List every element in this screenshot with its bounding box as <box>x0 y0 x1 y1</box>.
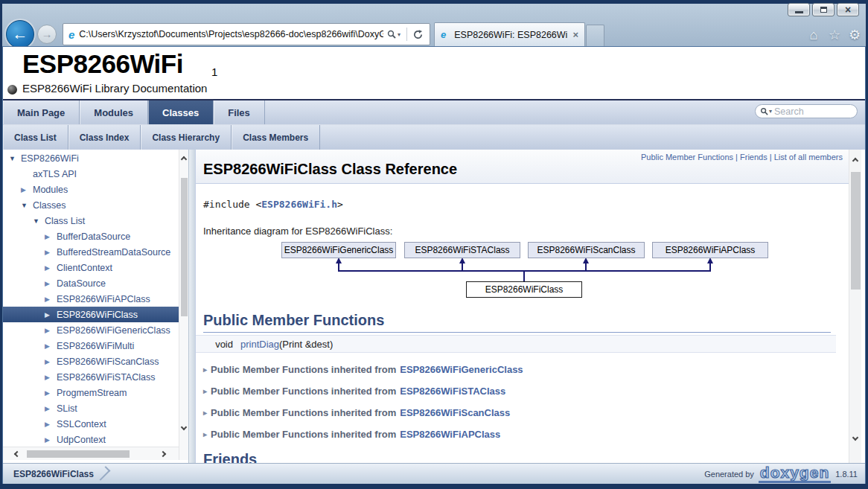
tab-files[interactable]: Files <box>214 100 265 124</box>
favorites-star-icon[interactable]: ☆ <box>826 28 843 42</box>
tree-item-classes[interactable]: ▼Classes <box>3 197 179 213</box>
minimize-icon <box>795 11 803 13</box>
tree-collapsed-icon[interactable]: ▶ <box>45 295 57 303</box>
scrollbar-thumb[interactable] <box>27 450 130 458</box>
tree-collapsed-icon[interactable]: ▶ <box>45 358 57 365</box>
tree-item-esp8266wifiapclass[interactable]: ▶ESP8266WiFiAPClass <box>3 291 179 307</box>
tree-collapsed-icon[interactable]: ▶ <box>45 374 57 381</box>
scrollbar-thumb[interactable] <box>181 178 188 316</box>
scroll-down-icon[interactable] <box>852 435 858 441</box>
browser-tab[interactable]: e ESP8266WiFi: ESP8266WiFi... × <box>434 22 585 46</box>
tree-item-esp8266wifiscanclass[interactable]: ▶ESP8266WiFiScanClass <box>3 354 179 369</box>
scrollbar-thumb[interactable] <box>851 172 861 290</box>
tab-class-list[interactable]: Class List <box>3 125 68 150</box>
doxygen-logo[interactable]: doxygen <box>759 464 831 483</box>
search-box[interactable]: ▾ <box>755 104 858 118</box>
sidebar-resize-handle[interactable] <box>188 150 195 463</box>
inherited-class-link[interactable]: ESP8266WiFiScanClass <box>400 407 510 418</box>
content-vertical-scrollbar[interactable] <box>849 150 861 463</box>
refresh-button[interactable] <box>409 29 426 40</box>
tree-item-esp8266wifi[interactable]: ▼ESP8266WiFi <box>3 150 179 166</box>
forward-button[interactable]: → <box>37 25 57 44</box>
tree-item-datasource[interactable]: ▶DataSource <box>3 275 179 291</box>
close-button[interactable]: × <box>837 3 859 16</box>
tree-collapsed-icon[interactable]: ▶ <box>45 405 57 412</box>
tree-item-modules[interactable]: ▶Modules <box>3 182 179 197</box>
summary-link-list-of-all-members[interactable]: List of all members <box>774 153 843 162</box>
address-search-button[interactable]: ▾ <box>383 30 404 39</box>
tree-item-label: ClientContext <box>57 263 112 273</box>
tree-collapsed-icon[interactable]: ▶ <box>45 264 57 272</box>
tab-class-members[interactable]: Class Members <box>232 125 320 150</box>
scroll-left-icon[interactable] <box>14 451 20 457</box>
scroll-up-icon[interactable] <box>181 156 187 162</box>
tree-expanded-icon[interactable]: ▼ <box>9 155 21 162</box>
tree-collapsed-icon[interactable]: ▶ <box>45 280 57 287</box>
tab-main-page[interactable]: Main Page <box>3 100 80 124</box>
tree-item-esp8266wifigenericclass[interactable]: ▶ESP8266WiFiGenericClass <box>3 322 179 338</box>
tree-expanded-icon[interactable]: ▼ <box>21 202 33 209</box>
sidebar-vertical-scrollbar[interactable] <box>179 150 188 460</box>
tree-collapsed-icon[interactable]: ▶ <box>45 327 57 334</box>
search-icon <box>387 30 396 39</box>
inherited-class-link[interactable]: ESP8266WiFiGenericClass <box>400 364 523 375</box>
tree-collapsed-icon[interactable]: ▶ <box>21 186 33 194</box>
tree-collapsed-icon[interactable]: ▶ <box>45 421 57 428</box>
tree-item-label: ESP8266WiFiScanClass <box>57 357 159 367</box>
tree-item-bufferedstreamdatasource[interactable]: ▶BufferedStreamDataSource <box>3 244 179 260</box>
settings-gear-icon[interactable]: ⚙ <box>846 28 863 42</box>
tree-collapsed-icon[interactable]: ▶ <box>45 389 57 397</box>
tree-collapsed-icon[interactable]: ▶ <box>45 249 57 256</box>
home-icon[interactable]: ⌂ <box>805 28 822 42</box>
tree-item-class-list[interactable]: ▼Class List <box>3 213 179 228</box>
inherited-members-row-esp8266wifigenericclass[interactable]: ▸Public Member Functions inherited fromE… <box>203 363 523 375</box>
back-button[interactable]: ← <box>6 20 34 48</box>
inherited-prefix: Public Member Functions inherited from <box>211 429 396 440</box>
tree-item-slist[interactable]: ▶SList <box>3 400 179 416</box>
tree-item-esp8266wifistaclass[interactable]: ▶ESP8266WiFiSTAClass <box>3 369 179 385</box>
inherited-members-row-esp8266wifiapclass[interactable]: ▸Public Member Functions inherited fromE… <box>203 428 500 440</box>
inherited-members-row-esp8266wifistaclass[interactable]: ▸Public Member Functions inherited fromE… <box>203 385 505 397</box>
new-tab-button[interactable] <box>586 25 604 46</box>
tree-expanded-icon[interactable]: ▼ <box>33 217 45 225</box>
inherited-class-link[interactable]: ESP8266WiFiAPClass <box>400 429 500 440</box>
tree-item-esp8266wificlass[interactable]: ▶ESP8266WiFiClass <box>3 307 179 322</box>
diagram-class-box-esp8266wifiscanclass[interactable]: ESP8266WiFiScanClass <box>528 242 645 258</box>
scroll-right-icon[interactable] <box>160 451 166 457</box>
tree-item-label: ESP8266WiFiClass <box>57 310 138 320</box>
tab-class-hierarchy[interactable]: Class Hierarchy <box>141 125 232 150</box>
sidebar-horizontal-scrollbar[interactable] <box>3 447 179 460</box>
scroll-up-icon[interactable] <box>852 158 858 164</box>
maximize-button[interactable] <box>812 3 835 16</box>
tree-item-esp8266wifimulti[interactable]: ▶ESP8266WiFiMulti <box>3 338 179 354</box>
tab-class-index[interactable]: Class Index <box>68 125 141 150</box>
minimize-button[interactable] <box>788 3 810 16</box>
diagram-class-box-esp8266wifistaclass[interactable]: ESP8266WiFiSTAClass <box>404 242 520 258</box>
tree-item-axtls-api[interactable]: axTLS API <box>3 166 179 182</box>
scroll-down-icon[interactable] <box>181 424 187 430</box>
tree-collapsed-icon[interactable]: ▶ <box>45 311 57 319</box>
tree-collapsed-icon[interactable]: ▶ <box>45 233 57 240</box>
inherited-class-link[interactable]: ESP8266WiFiSTAClass <box>400 386 505 397</box>
breadcrumb[interactable]: ESP8266WiFiClass <box>13 469 94 479</box>
tab-modules[interactable]: Modules <box>80 100 148 124</box>
tree-item-clientcontext[interactable]: ▶ClientContext <box>3 260 179 275</box>
search-icon <box>760 107 768 115</box>
tree-item-bufferdatasource[interactable]: ▶BufferDataSource <box>3 228 179 244</box>
diagram-class-box-esp8266wifiapclass[interactable]: ESP8266WiFiAPClass <box>652 242 768 258</box>
tab-classes[interactable]: Classes <box>148 100 214 124</box>
include-file-link[interactable]: ESP8266WiFi.h <box>261 199 337 210</box>
diagram-class-box-esp8266wifigenericclass[interactable]: ESP8266WiFiGenericClass <box>281 242 396 258</box>
summary-link-public-member-functions[interactable]: Public Member Functions <box>641 153 733 162</box>
tab-close-icon[interactable]: × <box>572 29 578 40</box>
address-bar[interactable]: e C:\Users\Krzysztof\Documents\Projects\… <box>63 23 430 45</box>
tree-collapsed-icon[interactable]: ▶ <box>45 342 57 350</box>
summary-link-friends[interactable]: Friends <box>740 153 768 162</box>
member-name-link[interactable]: printDiag <box>240 339 279 350</box>
inherited-members-row-esp8266wifiscanclass[interactable]: ▸Public Member Functions inherited fromE… <box>203 406 510 418</box>
tree-item-progmemstream[interactable]: ▶ProgmemStream <box>3 385 179 400</box>
tree-collapsed-icon[interactable]: ▶ <box>45 436 57 444</box>
search-input[interactable] <box>774 106 841 117</box>
tree-item-sslcontext[interactable]: ▶SSLContext <box>3 416 179 432</box>
tree-item-udpcontext[interactable]: ▶UdpContext <box>3 432 179 447</box>
